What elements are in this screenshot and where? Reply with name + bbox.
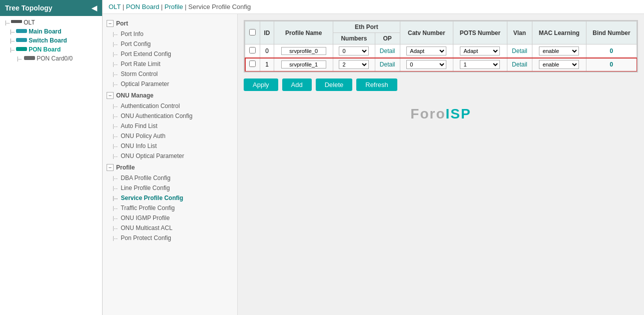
row0-mac-learning-select[interactable]: enable disable	[539, 46, 579, 56]
row0-bind-number: 0	[586, 44, 636, 58]
nav-item-onu-auth-config[interactable]: ONU Authentication Config	[103, 111, 237, 121]
nav-section-onu-manage-header[interactable]: − ONU Manage	[103, 90, 237, 101]
row0-profile-name	[274, 44, 333, 58]
sidebar-toggle-icon[interactable]: ◀	[92, 4, 97, 12]
select-all-checkbox[interactable]	[249, 29, 256, 36]
tree-node-olt[interactable]: |-- OLT	[0, 18, 102, 27]
table-scroll-wrapper[interactable]: ID Profile Name Eth Port Catv Number POT…	[244, 20, 637, 72]
nav-item-auth-control[interactable]: Authentication Control	[103, 101, 237, 111]
tree-node-main-board[interactable]: |-- Main Board	[0, 27, 102, 36]
apply-button[interactable]: Apply	[244, 78, 278, 91]
nav-item-port-info[interactable]: Port Info	[103, 29, 237, 39]
row0-profile-name-input[interactable]	[281, 47, 326, 55]
col-header-select	[245, 22, 260, 44]
nav-section-onu-manage-label: ONU Manage	[116, 92, 154, 99]
row0-pots-select[interactable]: Adapt 0 1	[460, 46, 500, 56]
nav-item-onu-igmp-profile[interactable]: ONU IGMP Profile	[103, 213, 237, 223]
row0-catv: Adapt 0	[400, 44, 453, 58]
table-row: 0 0 1 2 Detail	[245, 44, 637, 58]
col-header-bind-number: Bind Number	[586, 22, 636, 44]
row0-catv-select[interactable]: Adapt 0	[406, 46, 446, 56]
breadcrumb-profile[interactable]: Profile	[165, 3, 183, 10]
nav-section-profile-header[interactable]: − Profile	[103, 162, 237, 173]
sidebar-title: Tree Topology	[5, 4, 53, 12]
onu-manage-collapse-icon[interactable]: −	[107, 92, 114, 99]
button-row: Apply Add Delete Refresh	[244, 78, 638, 91]
content-area: − Port Port Info Port Config Port Extend…	[103, 14, 644, 315]
row1-profile-name-input[interactable]	[281, 60, 326, 68]
nav-item-onu-multicast-acl[interactable]: ONU Multicast ACL	[103, 223, 237, 233]
nav-section-onu-manage-items: Authentication Control ONU Authenticatio…	[103, 101, 237, 161]
data-table: ID Profile Name Eth Port Catv Number POT…	[245, 21, 637, 72]
row1-pots-select[interactable]: Adapt 0 1	[460, 60, 500, 69]
row1-profile-name	[274, 58, 333, 72]
delete-button[interactable]: Delete	[316, 78, 353, 91]
nav-item-optical-parameter[interactable]: Optical Parameter	[103, 79, 237, 89]
watermark: ForoISP	[244, 106, 638, 122]
row1-eth-op: Detail	[375, 58, 400, 72]
nav-item-traffic-profile-config[interactable]: Traffic Profile Config	[103, 203, 237, 213]
col-header-eth-port: Eth Port	[333, 22, 400, 33]
tree-label-pon-board: PON Board	[29, 46, 61, 53]
right-panel: ID Profile Name Eth Port Catv Number POT…	[238, 14, 644, 315]
row1-checkbox[interactable]	[249, 60, 256, 67]
nav-item-onu-info-list[interactable]: ONU Info List	[103, 141, 237, 151]
row0-vlan-detail-link[interactable]: Detail	[512, 48, 527, 54]
row0-checkbox[interactable]	[249, 47, 256, 54]
profile-collapse-icon[interactable]: −	[107, 164, 114, 171]
nav-section-port-label: Port	[116, 20, 128, 27]
nav-section-profile: − Profile DBA Profile Config Line Profil…	[103, 162, 237, 243]
row1-eth-numbers: 0 1 2	[333, 58, 375, 72]
nav-section-profile-label: Profile	[116, 164, 135, 171]
tree-label-olt: OLT	[24, 19, 35, 26]
nav-item-dba-profile-config[interactable]: DBA Profile Config	[103, 173, 237, 183]
nav-item-port-config[interactable]: Port Config	[103, 39, 237, 49]
tree-node-pon-board[interactable]: |-- PON Board	[0, 45, 102, 54]
row1-id: 1	[260, 58, 274, 72]
row1-eth-numbers-select[interactable]: 0 1 2	[339, 60, 369, 69]
nav-item-port-extend-config[interactable]: Port Extend Config	[103, 49, 237, 59]
tree-node-switch-board[interactable]: |-- Switch Board	[0, 36, 102, 45]
row1-catv: Adapt 0 1	[400, 58, 453, 72]
row1-vlan-detail-link[interactable]: Detail	[512, 61, 527, 68]
nav-item-onu-policy-auth[interactable]: ONU Policy Auth	[103, 131, 237, 141]
table-row: 1 0 1 2 Detail	[245, 58, 637, 72]
nav-section-port-items: Port Info Port Config Port Extend Config…	[103, 29, 237, 89]
sidebar: Tree Topology ◀ |-- OLT |-- Main Board |…	[0, 0, 103, 315]
row0-eth-numbers: 0 1 2	[333, 44, 375, 58]
tree-area: |-- OLT |-- Main Board |-- Switch Board …	[0, 16, 102, 65]
col-header-profile-name: Profile Name	[274, 22, 333, 44]
nav-section-port-header[interactable]: − Port	[103, 18, 237, 29]
breadcrumb-olt[interactable]: OLT	[109, 3, 121, 10]
nav-item-onu-optical-param[interactable]: ONU Optical Parameter	[103, 151, 237, 161]
tree-label-main-board: Main Board	[29, 28, 61, 35]
col-header-vlan: Vlan	[507, 22, 532, 44]
add-button[interactable]: Add	[282, 78, 312, 91]
row1-mac-learning-select[interactable]: enable disable	[539, 60, 579, 69]
row0-check	[245, 44, 260, 58]
breadcrumb-pon-board[interactable]: PON Board	[126, 3, 159, 10]
watermark-suffix: ISP	[446, 106, 471, 122]
row1-vlan: Detail	[507, 58, 532, 72]
row1-bind-number: 0	[586, 58, 636, 72]
tree-node-pon-card[interactable]: |-- PON Card0/0	[0, 54, 102, 63]
refresh-button[interactable]: Refresh	[356, 78, 397, 91]
sidebar-header[interactable]: Tree Topology ◀	[0, 0, 102, 16]
nav-item-pon-protect-config[interactable]: Pon Protect Config	[103, 233, 237, 243]
row1-catv-select[interactable]: Adapt 0 1	[406, 60, 446, 69]
row0-detail-link[interactable]: Detail	[380, 48, 395, 54]
row1-detail-link[interactable]: Detail	[380, 61, 395, 68]
breadcrumb-current: Service Profile Config	[188, 3, 251, 10]
main: OLT | PON Board | Profile | Service Prof…	[103, 0, 644, 315]
nav-item-port-rate-limit[interactable]: Port Rate Limit	[103, 59, 237, 69]
nav-item-line-profile-config[interactable]: Line Profile Config	[103, 183, 237, 193]
watermark-prefix: Foro	[410, 106, 445, 122]
port-collapse-icon[interactable]: −	[107, 20, 114, 27]
nav-item-storm-control[interactable]: Storm Control	[103, 69, 237, 79]
nav-item-auto-find-list[interactable]: Auto Find List	[103, 121, 237, 131]
nav-item-service-profile-config[interactable]: Service Profile Config	[103, 193, 237, 203]
row0-pots: Adapt 0 1	[453, 44, 507, 58]
row0-vlan: Detail	[507, 44, 532, 58]
row0-eth-numbers-select[interactable]: 0 1 2	[339, 46, 369, 56]
row0-mac-learning: enable disable	[532, 44, 586, 58]
